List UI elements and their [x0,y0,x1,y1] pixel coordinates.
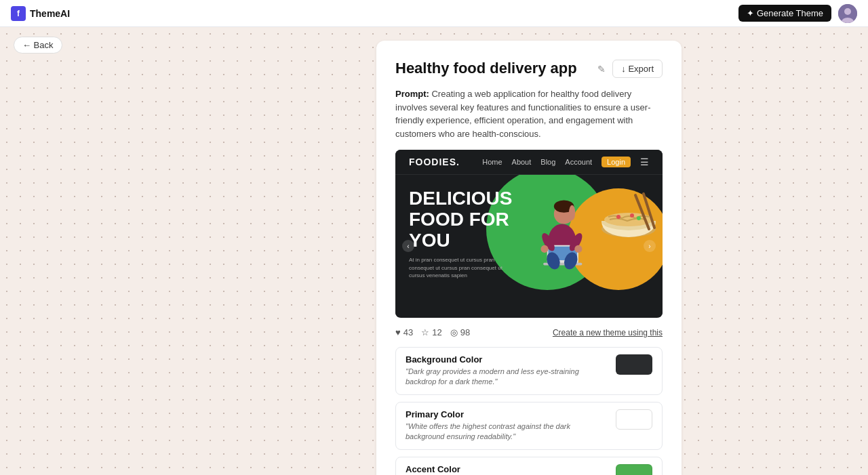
accent-color-swatch[interactable] [616,464,652,475]
logo-icon: f [11,6,26,21]
svg-point-1 [844,8,851,15]
svg-point-15 [574,245,582,253]
prompt-section: Prompt: Creating a web application for h… [395,87,663,140]
likes-stat: ♥ 43 [395,327,413,337]
accent-color-section: Accent Color "Green is associated with h… [395,457,663,475]
generate-theme-button[interactable]: ✦ Generate Theme [738,5,831,22]
top-nav: f ThemeAI ✦ Generate Theme [0,0,868,27]
foodies-nav-links: Home About Blog Account Login ☰ [482,157,649,167]
foodies-menu-icon: ☰ [640,157,649,167]
eye-icon: ◎ [450,327,458,337]
export-button[interactable]: ↓ Export [612,60,663,78]
prompt-text: Creating a web application for healthy f… [395,89,650,139]
heart-icon: ♥ [395,327,401,337]
stars-count: 12 [432,327,441,337]
primary-color-swatch[interactable] [616,409,652,430]
background-color-title: Background Color [406,354,609,365]
foodies-logo: FOODIES. [409,157,460,167]
nav-logo: f ThemeAI [11,6,70,21]
foodies-hero: DELICIOUSFOOD FOR YOU At in pran consequ… [395,175,663,317]
svg-point-19 [630,213,634,218]
slider-prev-button[interactable]: ‹ [402,240,414,252]
views-stat: ◎ 98 [450,327,470,337]
user-avatar[interactable] [838,4,857,23]
main-content: Healthy food delivery app ✎ ↓ Export Pro… [0,0,868,475]
bowl-illustration [595,182,663,249]
svg-point-5 [569,205,575,220]
svg-point-20 [637,216,641,220]
preview-container: FOODIES. Home About Blog Account Login ☰ [395,150,663,318]
star-icon: ☆ [421,327,429,337]
foodies-hero-subtitle: At in pran consequet ut cursus pran cons… [409,256,517,279]
stats-row: ♥ 43 ☆ 12 ◎ 98 Create a new theme using … [395,327,663,337]
back-button[interactable]: ← Back [14,37,62,54]
create-theme-link[interactable]: Create a new theme using this [553,328,663,337]
edit-button[interactable]: ✎ [596,62,607,76]
views-count: 98 [460,327,470,337]
primary-color-desc: "White offers the highest contrast again… [406,421,609,442]
card-actions: ✎ ↓ Export [596,60,663,78]
nav-right: ✦ Generate Theme [738,4,857,23]
likes-count: 43 [403,327,413,337]
foodies-hero-title: DELICIOUSFOOD FOR YOU [409,188,545,251]
primary-color-section: Primary Color "White offers the highest … [395,402,663,450]
svg-point-18 [616,215,620,219]
background-color-section: Background Color "Dark gray provides a m… [395,347,663,395]
foodies-login: Login [601,157,631,167]
logo-text: ThemeAI [30,8,70,19]
prompt-label: Prompt: [395,89,429,99]
card-header: Healthy food delivery app ✎ ↓ Export [395,60,663,78]
accent-color-title: Accent Color [406,464,609,474]
stars-stat: ☆ 12 [421,327,441,337]
slider-next-button[interactable]: › [644,240,656,252]
primary-color-title: Primary Color [406,409,609,419]
foodies-nav: FOODIES. Home About Blog Account Login ☰ [395,150,663,175]
card-title: Healthy food delivery app [395,60,596,77]
theme-card: Healthy food delivery app ✎ ↓ Export Pro… [376,41,682,475]
background-color-swatch[interactable] [616,354,652,375]
background-color-desc: "Dark gray provides a modern and less ey… [406,367,609,388]
